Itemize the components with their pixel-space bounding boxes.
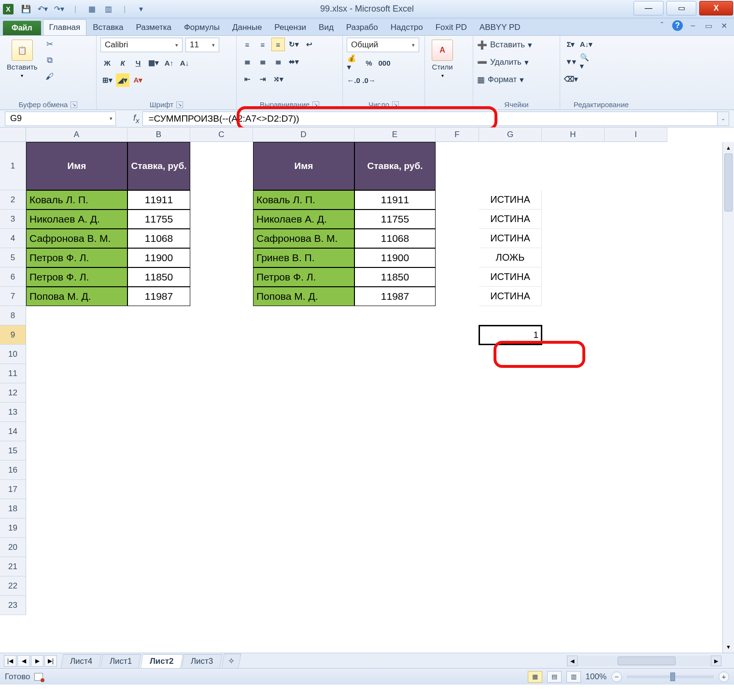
col-header-D[interactable]: D — [253, 127, 354, 142]
increase-decimal-button[interactable]: ←.0 — [347, 73, 360, 87]
row-header-21[interactable]: 21 — [0, 557, 26, 576]
font-size-select[interactable]: 11▾ — [185, 38, 219, 52]
cell-D1[interactable]: Имя — [253, 142, 354, 190]
sort-filter-button[interactable]: A↓▾ — [579, 38, 593, 51]
col-header-B[interactable]: B — [127, 127, 190, 142]
cell-B6[interactable]: 11850 — [127, 267, 190, 287]
align-top-button[interactable]: ≡ — [240, 38, 254, 51]
ribbon-tab-0[interactable]: Главная — [43, 19, 87, 35]
wrap-text-button[interactable]: ↩ — [302, 38, 316, 51]
vertical-scrollbar[interactable]: ▲ ▼ — [722, 142, 734, 653]
cell-A1[interactable]: Имя — [26, 142, 127, 190]
format-cells-button[interactable]: ▦Формат ▾ — [477, 72, 524, 87]
scroll-down-icon[interactable]: ▼ — [723, 641, 734, 653]
clear-button[interactable]: ⌫▾ — [564, 72, 578, 86]
row-header-1[interactable]: 1 — [0, 142, 26, 190]
cell-G4[interactable]: ИСТИНА — [479, 229, 542, 248]
window-minimize-button[interactable]: — — [634, 1, 663, 15]
cell-B3[interactable]: 11755 — [127, 210, 190, 229]
align-bottom-button[interactable]: ≡ — [271, 38, 285, 51]
row-header-10[interactable]: 10 — [0, 345, 26, 364]
row-header-2[interactable]: 2 — [0, 190, 26, 210]
row-header-8[interactable]: 8 — [0, 306, 26, 325]
col-header-H[interactable]: H — [542, 127, 605, 142]
name-box[interactable]: G9▾ — [5, 112, 116, 126]
font-color-button[interactable]: A▾ — [131, 73, 145, 87]
row-header-16[interactable]: 16 — [0, 461, 26, 480]
row-header-12[interactable]: 12 — [0, 383, 26, 403]
align-right-button[interactable]: ≣ — [271, 55, 285, 69]
cell-D2[interactable]: Коваль Л. П. — [253, 190, 354, 210]
autosum-button[interactable]: Σ▾ — [564, 38, 578, 51]
col-header-C[interactable]: C — [190, 127, 253, 142]
cell-B7[interactable]: 11987 — [127, 287, 190, 306]
hscroll-right-icon[interactable]: ▶ — [711, 656, 721, 666]
ribbon-tab-4[interactable]: Данные — [226, 19, 268, 35]
view-pagebreak-button[interactable]: ▥ — [566, 671, 581, 683]
view-layout-button[interactable]: ▤ — [547, 671, 562, 683]
cell-D3[interactable]: Николаев А. Д. — [253, 210, 354, 229]
mdi-minimize-icon[interactable]: – — [688, 20, 698, 31]
cell-D5[interactable]: Гринев В. П. — [253, 248, 354, 267]
ribbon-tab-9[interactable]: Foxit PD — [429, 19, 473, 35]
insert-cells-button[interactable]: ➕Вставить ▾ — [477, 38, 532, 52]
row-header-5[interactable]: 5 — [0, 248, 26, 267]
sheet-nav-prev[interactable]: ◀ — [17, 655, 30, 667]
row-header-17[interactable]: 17 — [0, 480, 26, 499]
ribbon-tab-5[interactable]: Рецензи — [268, 19, 312, 35]
cell-E2[interactable]: 11911 — [354, 190, 436, 210]
align-center-button[interactable]: ≣ — [256, 55, 269, 69]
row-header-15[interactable]: 15 — [0, 441, 26, 461]
orientation2-button[interactable]: ⤭▾ — [271, 72, 285, 86]
border-button[interactable]: ▦▾ — [147, 56, 160, 70]
cell-E4[interactable]: 11068 — [354, 229, 436, 248]
col-header-A[interactable]: A — [26, 127, 127, 142]
clipboard-dialog-launcher-icon[interactable]: ↘ — [71, 101, 77, 108]
cell-G3[interactable]: ИСТИНА — [479, 210, 542, 229]
row-header-9[interactable]: 9 — [0, 325, 26, 345]
number-format-select[interactable]: Общий▾ — [347, 38, 419, 52]
cell-A7[interactable]: Попова М. Д. — [26, 287, 127, 306]
number-dialog-launcher-icon[interactable]: ↘ — [392, 101, 399, 108]
fx-icon[interactable]: fx — [133, 113, 140, 125]
redo-icon[interactable]: ↷▾ — [53, 3, 65, 15]
row-header-23[interactable]: 23 — [0, 596, 26, 615]
merge-button[interactable]: ⬌▾ — [287, 55, 300, 69]
cell-E7[interactable]: 11987 — [354, 287, 436, 306]
cell-B4[interactable]: 11068 — [127, 229, 190, 248]
col-header-I[interactable]: I — [605, 127, 667, 142]
cell-A2[interactable]: Коваль Л. П. — [26, 190, 127, 210]
select-all-corner[interactable] — [0, 127, 26, 142]
ribbon-tab-1[interactable]: Вставка — [86, 19, 129, 35]
alignment-dialog-launcher-icon[interactable]: ↘ — [312, 101, 319, 108]
currency-button[interactable]: 💰▾ — [347, 56, 360, 70]
borders-button[interactable]: ⊞▾ — [100, 73, 114, 87]
mdi-restore-icon[interactable]: ▭ — [703, 20, 714, 31]
ribbon-tab-10[interactable]: ABBYY PD — [473, 19, 527, 35]
cell-D7[interactable]: Попова М. Д. — [253, 287, 354, 306]
row-header-19[interactable]: 19 — [0, 518, 26, 538]
cell-A5[interactable]: Петров Ф. Л. — [26, 248, 127, 267]
underline-button[interactable]: Ч — [131, 56, 145, 70]
help-icon[interactable]: ? — [672, 20, 683, 31]
fill-button[interactable]: ▼▾ — [564, 55, 578, 69]
cell-G5[interactable]: ЛОЖЬ — [479, 248, 542, 267]
ribbon-tab-7[interactable]: Разрабо — [340, 19, 384, 35]
row-header-14[interactable]: 14 — [0, 422, 26, 441]
window-maximize-button[interactable]: ▭ — [666, 1, 696, 15]
ribbon-tab-6[interactable]: Вид — [312, 19, 340, 35]
sheet-nav-next[interactable]: ▶ — [31, 655, 43, 667]
sheet-tab-Лист4[interactable]: Лист4 — [60, 654, 102, 668]
row-header-6[interactable]: 6 — [0, 267, 26, 287]
sheet-tab-Лист2[interactable]: Лист2 — [140, 654, 183, 668]
qat-extra1-icon[interactable]: ▦ — [86, 3, 98, 15]
col-header-E[interactable]: E — [354, 127, 436, 142]
cell-A3[interactable]: Николаев А. Д. — [26, 210, 127, 229]
align-left-button[interactable]: ≣ — [240, 55, 254, 69]
ribbon-tab-3[interactable]: Формулы — [178, 19, 226, 35]
cell-A6[interactable]: Петров Ф. Л. — [26, 267, 127, 287]
mdi-close-icon[interactable]: ✕ — [719, 20, 729, 31]
font-dialog-launcher-icon[interactable]: ↘ — [176, 101, 183, 108]
percent-button[interactable]: % — [362, 56, 376, 70]
cell-E5[interactable]: 11900 — [354, 248, 436, 267]
